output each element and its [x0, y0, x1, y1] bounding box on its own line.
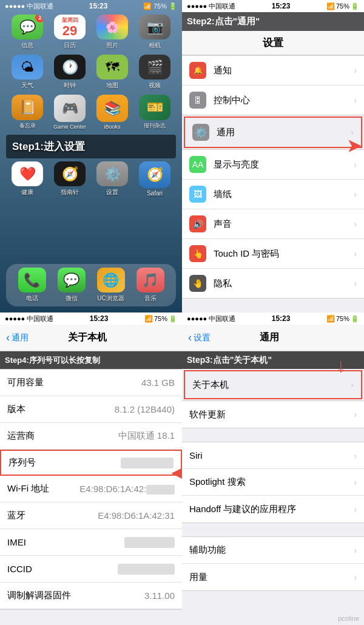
step2-label: Step2:点击"通用": [187, 16, 260, 26]
app-row-2: 🌤 天气 🕐 时钟 🗺 地图: [6, 55, 176, 90]
app-weather[interactable]: 🌤 天气: [10, 55, 45, 90]
bl-serial-highlighted[interactable]: 序列号: [0, 450, 182, 476]
settings-item-privacy[interactable]: 🤚 隐私 ›: [182, 269, 364, 298]
dock-phone[interactable]: 📞 电话: [16, 268, 48, 303]
control-icon: 🎛: [189, 92, 206, 109]
display-chevron: ›: [354, 160, 357, 169]
notif-icon: 🔔: [189, 62, 206, 79]
settings-item-touchid[interactable]: 👆 Touch ID 与密码 ›: [182, 239, 364, 269]
br-about[interactable]: 关于本机 ›: [185, 371, 361, 398]
display-icon: AA: [189, 156, 206, 173]
iccid-label: ICCID: [7, 564, 118, 574]
control-chevron: ›: [354, 95, 357, 105]
right-phone-top: ●●●●● 中国联通 15:23 📶 75%🔋 Step2:点击"通用" 设置 …: [182, 0, 364, 312]
touchid-chevron: ›: [354, 249, 357, 258]
app-game-center[interactable]: 🎮 Game Center: [52, 95, 87, 130]
bl-battery: 📶 75%🔋: [144, 315, 177, 323]
br-usage[interactable]: 用量 ›: [182, 564, 364, 590]
version-value: 8.1.2 (12B440): [115, 404, 175, 414]
spotlight-chevron: ›: [354, 478, 357, 487]
app-misc1[interactable]: 📔 备忘录: [10, 95, 45, 130]
app-ibooks[interactable]: 📚 iBooks: [95, 95, 130, 130]
dock-uc[interactable]: 🌐 UC浏览器: [95, 268, 127, 303]
bl-imei: IMEI: [0, 529, 182, 556]
settings-item-display[interactable]: AA 显示与亮度 ›: [182, 150, 364, 180]
app-videos[interactable]: 🎬 视频: [137, 55, 172, 90]
settings-general-highlighted[interactable]: ⚙️ 通用 ›: [184, 117, 362, 148]
bl-nav-title: 关于本机: [29, 331, 146, 344]
app-weather-label: 天气: [21, 81, 33, 90]
privacy-icon: 🤚: [189, 275, 206, 292]
app-passbook-label: 报刊杂志: [144, 122, 166, 130]
app-misc1-label: 备忘录: [19, 122, 36, 130]
app-camera[interactable]: 📷 相机: [137, 15, 172, 50]
bottom-right-phone: ●●●●● 中国联通 15:23 📶 75%🔋 ‹ 设置 通用 ↓: [182, 312, 364, 625]
settings-item-sound[interactable]: 🔊 声音 ›: [182, 209, 364, 239]
app-health[interactable]: ❤️ 健康: [10, 161, 45, 197]
br-time: 15:23: [272, 314, 291, 323]
ibooks-icon: 📚: [104, 101, 121, 117]
usage-chevron: ›: [354, 572, 357, 582]
br-spotlight[interactable]: Spotlight 搜索 ›: [182, 469, 364, 496]
bl-time: 15:23: [90, 314, 109, 323]
bl-back-button[interactable]: ‹ 通用: [6, 331, 29, 344]
arrow-right-icon: ➤: [347, 137, 361, 155]
br-accessibility[interactable]: 辅助功能 ›: [182, 537, 364, 564]
app-settings[interactable]: ⚙️ 设置: [95, 161, 130, 197]
gear-icon: ⚙️: [192, 124, 209, 141]
bl-carrier: 运营商 中国联通 18.1: [0, 423, 182, 450]
compass-icon: 🧭: [62, 166, 78, 182]
sound-label: 声音: [214, 218, 354, 230]
bl-back-label: 通用: [12, 333, 29, 343]
app-compass[interactable]: 🧭 指南针: [52, 161, 87, 197]
app-gc-label: Game Center: [53, 124, 86, 130]
app-safari[interactable]: 🧭 Safari: [137, 161, 172, 197]
br-back-button[interactable]: ‹ 设置: [188, 331, 211, 344]
dock-music[interactable]: 🎵 音乐: [135, 268, 166, 303]
dock-wechat[interactable]: 💬 微信: [56, 268, 87, 303]
app-clock-label: 时钟: [64, 81, 76, 90]
section-gap-1: [182, 430, 364, 442]
br-software-update[interactable]: 软件更新 ›: [182, 401, 364, 428]
app-calendar-label: 日历: [64, 41, 76, 50]
back-chevron-icon: ‹: [6, 331, 10, 344]
accessibility-chevron: ›: [354, 546, 357, 555]
bt-label: 蓝牙: [7, 510, 98, 521]
wallpaper-icon: 🖼: [189, 186, 206, 203]
wifi-blur: ··: [146, 485, 175, 495]
settings-item-notif[interactable]: 🔔 通知 ›: [182, 56, 364, 86]
settings-icon: ⚙️: [104, 166, 121, 182]
health-icon: ❤️: [19, 166, 36, 182]
br-handoff[interactable]: Handoff 与建议的应用程序 ›: [182, 496, 364, 522]
bl-modem: 调制解调器固件 3.11.00: [0, 583, 182, 609]
bl-status-bar: ●●●●● 中国联通 15:23 📶 75%🔋: [0, 312, 182, 325]
settings-item-wallpaper[interactable]: 🖼 墙纸 ›: [182, 180, 364, 209]
settings-item-general[interactable]: ⚙️ 通用 ›: [185, 118, 361, 147]
app-photos[interactable]: 🌸 照片: [95, 15, 130, 50]
imei-value-blurred: [124, 537, 175, 548]
step1-label: Step1:进入设置: [12, 141, 85, 152]
camera-icon: 📷: [147, 19, 163, 35]
videos-icon: 🎬: [147, 59, 163, 75]
gamecenter-icon: 🎮: [62, 101, 78, 117]
app-calendar[interactable]: 架周四 29 日历: [52, 15, 87, 50]
handoff-chevron: ›: [354, 504, 357, 514]
siri-chevron: ›: [354, 451, 357, 461]
br-about-highlighted[interactable]: 关于本机 ›: [184, 370, 362, 399]
step3-label: Step3:点击"关于本机": [187, 355, 272, 365]
privacy-chevron: ›: [354, 279, 357, 288]
app-maps[interactable]: 🗺 地图: [95, 55, 130, 90]
settings-item-control[interactable]: 🎛 控制中心 ›: [182, 86, 364, 115]
right-arrow-indicator: ➤: [347, 136, 361, 156]
br-back-label: 设置: [194, 333, 211, 343]
app-passbook[interactable]: 🎫 报刊杂志: [137, 95, 172, 130]
br-siri[interactable]: Siri ›: [182, 442, 364, 469]
right-carrier: ●●●●● 中国联通: [187, 2, 235, 11]
version-label: 版本: [7, 404, 115, 415]
about-chevron: ›: [351, 380, 354, 390]
touchid-icon: 👆: [189, 245, 206, 262]
serial-value-blurred: [121, 458, 174, 468]
app-messages[interactable]: 💬 2 信息: [10, 15, 45, 50]
modem-value: 3.11.00: [144, 590, 175, 601]
app-clock[interactable]: 🕐 时钟: [52, 55, 87, 90]
